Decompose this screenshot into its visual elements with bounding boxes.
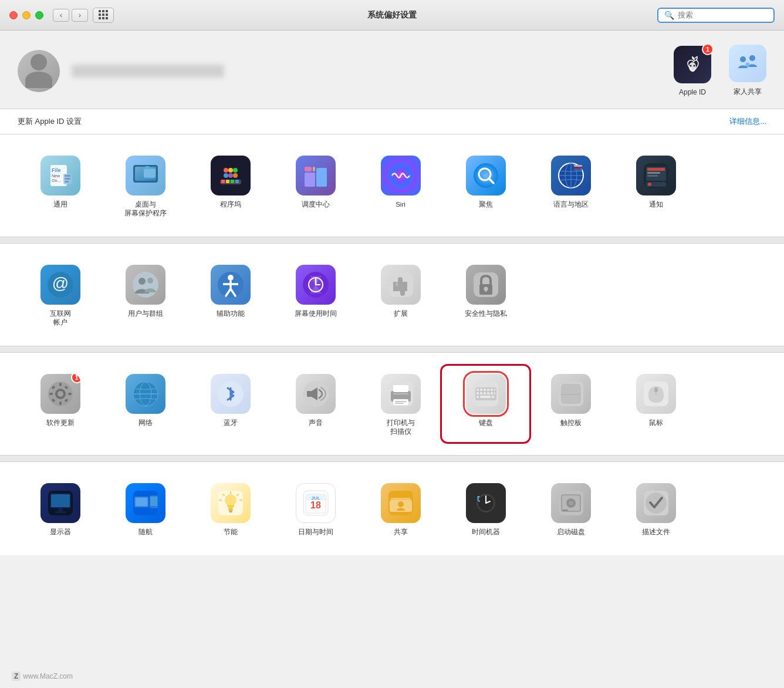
svg-rect-24 <box>235 180 239 183</box>
icon-handoff[interactable]: 随航 <box>103 476 188 541</box>
icon-profiles[interactable]: 描述文件 <box>613 476 698 541</box>
printer-icon <box>381 374 421 414</box>
family-sharing-icon-wrapper <box>729 45 766 82</box>
extensions-icon <box>381 265 421 305</box>
icon-extensions[interactable]: 扩展 <box>358 258 443 332</box>
fullscreen-button[interactable] <box>35 11 43 19</box>
svg-point-77 <box>58 391 63 397</box>
icon-desktop[interactable]: 桌面与屏幕保护程序 <box>103 149 188 222</box>
icon-launchpad[interactable]: 程序坞 <box>188 149 273 222</box>
icon-screentime[interactable]: 屏幕使用时间 <box>273 258 358 332</box>
icon-sharing[interactable]: 共享 <box>358 476 443 541</box>
update-detail-link[interactable]: 详细信息... <box>729 116 766 127</box>
icon-trackpad[interactable]: 触控板 <box>528 367 613 441</box>
svg-rect-138 <box>229 511 232 512</box>
section1-grid: File New On... 通用 <box>18 149 766 222</box>
svg-rect-109 <box>494 389 495 391</box>
icon-security[interactable]: 安全性与隐私 <box>443 258 528 332</box>
internet-label: 互联网帐户 <box>50 309 71 327</box>
svg-rect-31 <box>305 173 315 187</box>
family-sharing-button[interactable]: 家人共享 <box>729 45 766 97</box>
svg-rect-97 <box>393 393 408 394</box>
icon-startupd[interactable]: 启动磁盘 <box>528 476 613 541</box>
svg-point-58 <box>138 278 146 285</box>
search-box[interactable]: 🔍 <box>657 8 775 23</box>
icon-schedule[interactable]: 调度中心 <box>273 149 358 222</box>
svg-rect-11 <box>65 175 70 177</box>
svg-point-1 <box>690 65 692 66</box>
icon-internet[interactable]: @ 互联网帐户 <box>18 258 103 332</box>
profile-section: 1 Apple ID <box>0 31 784 109</box>
printer-label: 打印机与扫描仪 <box>387 419 415 436</box>
power-label: 节能 <box>224 528 238 537</box>
search-input[interactable] <box>678 11 768 19</box>
icon-tongyong[interactable]: File New On... 通用 <box>18 149 103 222</box>
update-text: 更新 Apple ID 设置 <box>18 116 82 127</box>
mouse-label: 鼠标 <box>649 419 663 427</box>
watermark-url: www.MacZ.com <box>23 672 73 680</box>
svg-rect-101 <box>395 403 404 404</box>
icon-display[interactable]: 显示器 <box>18 476 103 541</box>
svg-point-54 <box>648 183 651 186</box>
icon-printer[interactable]: 打印机与扫描仪 <box>358 367 443 441</box>
svg-rect-13 <box>65 181 69 183</box>
desktop-icon <box>126 156 165 195</box>
sharing-label: 共享 <box>394 528 408 537</box>
icon-network[interactable]: 网络 <box>103 367 188 441</box>
keyboard-label: 键盘 <box>479 419 493 427</box>
avatar[interactable] <box>18 50 60 92</box>
family-sharing-label: 家人共享 <box>734 87 762 97</box>
svg-rect-106 <box>484 389 486 391</box>
datetime-label: 日期与时间 <box>298 528 333 537</box>
svg-point-30 <box>233 173 238 178</box>
svg-text:File: File <box>52 167 61 173</box>
section2-grid: @ 互联网帐户 用户与群组 <box>18 258 766 332</box>
siri-icon <box>381 156 421 195</box>
users-icon <box>126 265 165 305</box>
forward-button[interactable]: › <box>72 9 88 22</box>
schedule-label: 调度中心 <box>302 200 330 209</box>
section-divider-3 <box>0 455 784 462</box>
icon-power[interactable]: 节能 <box>188 476 273 541</box>
language-label: 语言与地区 <box>553 200 589 209</box>
back-button[interactable]: ‹ <box>53 9 69 22</box>
accessibility-icon <box>211 265 251 305</box>
icon-notification[interactable]: 通知 <box>613 149 698 222</box>
svg-rect-33 <box>305 167 312 171</box>
svg-rect-113 <box>487 392 489 394</box>
svg-rect-107 <box>487 389 489 391</box>
icon-users[interactable]: 用户与群组 <box>103 258 188 332</box>
svg-point-0 <box>689 62 696 72</box>
svg-rect-52 <box>647 175 658 177</box>
icon-spotlight[interactable]: 聚焦 <box>443 149 528 222</box>
minimize-button[interactable] <box>22 11 31 19</box>
close-button[interactable] <box>9 11 18 19</box>
icon-language[interactable]: 语言与地区 <box>528 149 613 222</box>
avatar-person <box>25 54 52 88</box>
family-sharing-icon <box>729 45 766 82</box>
svg-point-28 <box>224 173 228 178</box>
icon-siri[interactable]: Siri <box>358 149 443 222</box>
svg-rect-129 <box>55 511 66 513</box>
icon-sound[interactable]: 声音 <box>273 367 358 441</box>
all-prefs-button[interactable] <box>93 8 114 23</box>
icon-datetime[interactable]: JUL 18 日期与时间 <box>273 476 358 541</box>
icon-timemachine[interactable]: 时间机器 <box>443 476 528 541</box>
svg-point-2 <box>694 65 695 66</box>
icon-bluetooth[interactable]: 蓝牙 <box>188 367 273 441</box>
svg-rect-117 <box>480 396 491 398</box>
section3: 1 软件更新 网络 <box>0 353 784 455</box>
icon-mouse[interactable]: 鼠标 <box>613 367 698 441</box>
svg-point-36 <box>474 163 498 188</box>
apple-id-button[interactable]: 1 Apple ID <box>674 46 711 96</box>
icon-software-update[interactable]: 1 软件更新 <box>18 367 103 441</box>
apple-id-label: Apple ID <box>679 88 706 96</box>
icon-accessibility[interactable]: 辅助功能 <box>188 258 273 332</box>
handoff-label: 随航 <box>138 528 153 537</box>
svg-rect-127 <box>51 494 70 507</box>
svg-text:On...: On... <box>52 178 60 183</box>
icon-keyboard[interactable]: 键盘 <box>443 367 528 441</box>
svg-rect-104 <box>477 389 479 391</box>
svg-point-26 <box>228 168 233 173</box>
svg-rect-32 <box>316 168 327 187</box>
